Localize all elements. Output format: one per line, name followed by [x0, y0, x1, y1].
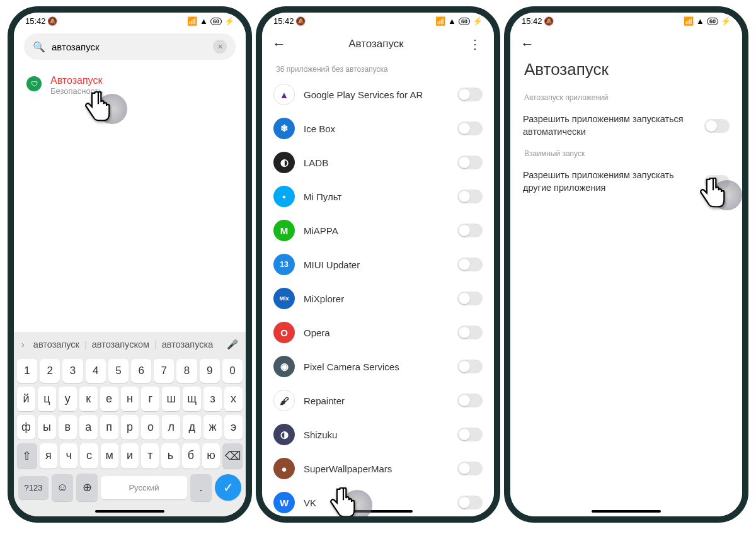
toggle[interactable] [457, 462, 483, 475]
toggle[interactable] [704, 119, 730, 133]
key[interactable]: т [141, 443, 159, 469]
key[interactable]: 6 [131, 359, 151, 383]
key[interactable]: ы [38, 415, 56, 440]
back-icon[interactable]: ← [520, 36, 534, 52]
key[interactable]: б [182, 443, 200, 469]
key[interactable]: с [80, 443, 98, 469]
key[interactable]: ю [202, 443, 220, 469]
key[interactable]: г [141, 387, 159, 411]
key[interactable]: у [59, 387, 77, 411]
key[interactable]: ь [161, 443, 179, 469]
app-row[interactable]: ▲Google Play Services for AR [270, 77, 486, 111]
app-row[interactable]: 🖌Repainter [270, 383, 486, 418]
toggle[interactable] [457, 360, 483, 373]
key[interactable]: р [121, 415, 139, 440]
result-subtitle: Безопасность [50, 86, 103, 96]
home-indicator[interactable] [592, 510, 661, 513]
key[interactable]: щ [183, 387, 201, 411]
key[interactable]: 2 [40, 359, 60, 383]
app-icon: ◐ [273, 152, 295, 173]
signal-icon: 📶 [684, 16, 694, 26]
emoji-key[interactable]: ☺ [52, 474, 73, 501]
key[interactable]: 9 [200, 359, 220, 383]
key[interactable]: в [59, 415, 77, 440]
space-key[interactable]: Русский [101, 476, 187, 499]
toggle[interactable] [457, 88, 483, 101]
key[interactable]: ф [17, 415, 35, 440]
key[interactable]: 1 [17, 359, 37, 383]
mute-icon: 🔕 [295, 16, 306, 26]
keyboard[interactable]: › автозапуск| автозапуском| автозапуска … [14, 332, 246, 516]
key[interactable]: 3 [62, 359, 83, 383]
clear-icon[interactable]: ✕ [213, 40, 227, 54]
key[interactable]: 7 [154, 359, 174, 383]
expand-icon[interactable]: › [18, 339, 28, 349]
app-row[interactable]: MMiAPPA [270, 213, 486, 247]
toggle[interactable] [457, 394, 483, 407]
back-icon[interactable]: ← [272, 36, 286, 52]
app-row[interactable]: ◑Shizuku [270, 418, 486, 452]
toggle[interactable] [457, 496, 483, 509]
key[interactable]: н [121, 387, 139, 411]
app-row[interactable]: MixMiXplorer [270, 281, 486, 315]
toggle[interactable] [704, 175, 730, 189]
toggle[interactable] [457, 258, 483, 271]
key[interactable]: 0 [222, 359, 243, 383]
key[interactable]: д [183, 415, 201, 440]
page-title: Автозапуск [286, 38, 466, 50]
app-row[interactable]: ●SuperWallpaperMars [270, 452, 486, 486]
suggestion[interactable]: автозапуском [88, 337, 153, 352]
search-input[interactable] [52, 42, 213, 52]
setting-auto-start[interactable]: Разрешить приложениям запускаться автома… [510, 106, 742, 145]
key[interactable]: п [100, 415, 118, 440]
toggle[interactable] [457, 326, 483, 339]
key[interactable]: з [203, 387, 222, 411]
suggestion[interactable]: автозапуска [158, 337, 217, 352]
key[interactable]: й [17, 387, 35, 411]
key[interactable]: ц [38, 387, 56, 411]
search-bar[interactable]: 🔍 ✕ [24, 33, 236, 60]
key[interactable]: 8 [176, 359, 197, 383]
globe-key[interactable]: ⊕ [76, 474, 98, 501]
search-result[interactable]: 🛡 Автозапуск Безопасность [14, 66, 246, 105]
key[interactable]: я [40, 443, 57, 469]
key[interactable]: л [162, 415, 180, 440]
key[interactable]: 5 [108, 359, 129, 383]
toggle[interactable] [457, 428, 483, 441]
toggle[interactable] [457, 122, 483, 135]
key[interactable]: и [121, 443, 139, 469]
app-row[interactable]: •Mi Пульт [270, 179, 486, 213]
toggle[interactable] [457, 190, 483, 203]
suggestion[interactable]: автозапуск [30, 337, 83, 352]
key[interactable]: а [79, 415, 98, 440]
key[interactable]: ч [60, 443, 77, 469]
key[interactable]: м [101, 443, 118, 469]
key[interactable]: о [141, 415, 159, 440]
period-key[interactable]: . [190, 474, 212, 501]
key[interactable]: ш [162, 387, 180, 411]
setting-chain-start[interactable]: Разрешить приложениям запускать другие п… [510, 162, 742, 202]
home-indicator[interactable] [95, 510, 164, 513]
key[interactable]: ж [203, 415, 222, 440]
toggle[interactable] [457, 292, 483, 305]
enter-key[interactable]: ✓ [215, 474, 241, 501]
mic-icon[interactable]: 🎤 [223, 339, 242, 350]
home-indicator[interactable] [343, 510, 413, 513]
more-icon[interactable]: ⋮ [466, 37, 484, 52]
app-row[interactable]: ❄Ice Box [270, 111, 486, 145]
numeric-key[interactable]: ?123 [18, 476, 49, 499]
key[interactable]: 4 [86, 359, 106, 383]
app-row[interactable]: ◉Pixel Camera Services [270, 349, 486, 383]
app-row[interactable]: ◐LADB [270, 145, 486, 179]
key[interactable]: э [224, 415, 243, 440]
backspace-key[interactable]: ⌫ [222, 443, 243, 469]
app-row[interactable]: OOpera [270, 315, 486, 349]
key[interactable]: х [224, 387, 243, 411]
toggle[interactable] [457, 156, 483, 169]
app-name: Repainter [304, 395, 449, 406]
toggle[interactable] [457, 224, 483, 237]
key[interactable]: к [79, 387, 98, 411]
shift-key[interactable]: ⇧ [17, 443, 37, 469]
key[interactable]: е [100, 387, 118, 411]
app-row[interactable]: 13MIUI Updater [270, 247, 486, 281]
